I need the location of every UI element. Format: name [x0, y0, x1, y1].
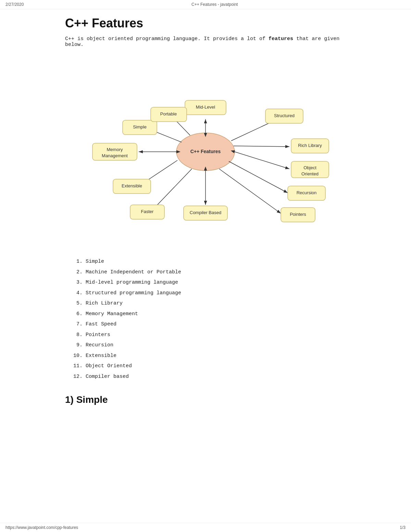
list-item-5: Rich Library	[86, 300, 346, 308]
list-item-7: Fast Speed	[86, 321, 346, 329]
line-richlibrary	[234, 146, 289, 147]
label-portable: Portable	[160, 111, 177, 116]
mindmap-container: C++ Features	[65, 56, 346, 248]
browser-bar: 2/27/2020 C++ Features - javatpoint	[0, 0, 411, 9]
label-richlibrary: Rich Library	[298, 143, 322, 148]
label-objectoriented-2: Oriented	[301, 171, 319, 176]
intro-paragraph: C++ is object oriented programming langu…	[65, 36, 346, 48]
intro-text: C++ is object oriented programming langu…	[65, 36, 269, 42]
browser-date: 2/27/2020	[5, 2, 24, 7]
line-recursion	[229, 161, 288, 193]
label-extensible: Extensible	[122, 183, 142, 188]
page-heading: C++ Features	[65, 16, 346, 30]
list-item-1: Simple	[86, 258, 346, 266]
label-objectoriented-1: Object	[303, 165, 316, 170]
label-recursion: Recursion	[297, 190, 317, 195]
line-pointers	[219, 169, 281, 213]
section-title: 1) Simple	[65, 394, 346, 405]
mindmap-svg: C++ Features	[72, 56, 339, 248]
line-objectoriented	[235, 152, 289, 169]
list-item-8: Pointers	[86, 331, 346, 339]
list-item-4: Structured programming language	[86, 289, 346, 297]
label-simple: Simple	[133, 124, 147, 129]
list-item-3: Mid-level programming language	[86, 279, 346, 287]
browser-title: C++ Features - javatpoint	[191, 2, 238, 7]
list-item-6: Memory Management	[86, 310, 346, 318]
label-structured: Structured	[274, 113, 295, 118]
label-compilerbased: Compiler Based	[190, 210, 222, 215]
list-item-10: Extensible	[86, 352, 346, 360]
label-midlevel: Mid-Level	[196, 104, 215, 110]
label-faster: Faster	[141, 209, 154, 214]
feature-list: Simple Machine Independent or Portable M…	[86, 258, 346, 381]
intro-bold: features	[269, 36, 293, 42]
list-item-2: Machine Independent or Portable	[86, 269, 346, 276]
list-item-12: Compiler based	[86, 373, 346, 381]
label-memory-1: Memory	[107, 147, 123, 152]
center-label: C++ Features	[190, 149, 221, 154]
list-item-9: Recursion	[86, 342, 346, 349]
page-content: C++ Features C++ is object oriented prog…	[51, 9, 360, 424]
line-faster	[152, 169, 192, 210]
label-pointers: Pointers	[290, 212, 306, 217]
list-item-11: Object Oriented	[86, 362, 346, 370]
label-memory-2: Management	[102, 153, 128, 158]
